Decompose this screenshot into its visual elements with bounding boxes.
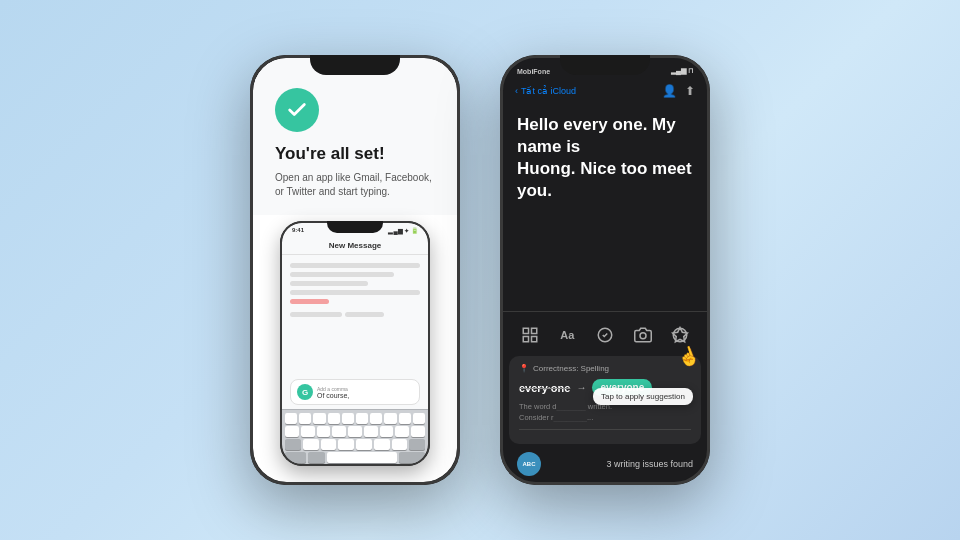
key [321,439,337,450]
svg-point-5 [640,333,646,339]
nav-back-button[interactable]: ‹ Tất cả iCloud [515,86,576,96]
abc-label: ABC [523,461,536,467]
suggestion-arrow: → [576,382,586,393]
grammarly-bubble: G Add a comma Of course, [290,379,420,405]
panel-desc: The word d_______ written. Consider r___… [519,402,691,423]
panel-header: 📍 Correctness: Spelling [519,364,691,373]
key [380,426,394,437]
key [413,413,425,424]
mini-line-1 [290,263,420,268]
left-phone: You're all set! Open an app like Gmail, … [250,55,460,485]
panel-desc-text2: Consider r________... [519,413,593,422]
nav-icons: 👤 ⬆ [662,84,695,98]
nav-back-label: Tất cả iCloud [521,86,576,96]
keyboard-row-4 [285,452,425,463]
key [411,426,425,437]
abc-badge[interactable]: ABC [517,452,541,476]
key [384,413,396,424]
key-123 [285,452,306,463]
svg-rect-0 [523,328,528,333]
keyboard-rows [282,410,428,464]
all-set-title: You're all set! [275,144,435,164]
mini-screen: 9:41 ▂▄▆ ✦ 🔋 New Message [282,223,428,464]
pin-icon: 📍 [519,364,529,373]
bubble-content: Add a comma Of course, [317,386,413,399]
grammarly-g-icon: G [297,384,313,400]
key-globe [308,452,325,463]
checkmark-icon [275,88,319,132]
right-phone: MobiFone ▂▄▆ ⊓ ‹ Tất cả iCloud 👤 ⬆ Hello… [500,55,710,485]
key [370,413,382,424]
key [313,413,325,424]
mini-time: 9:41 [292,227,304,233]
keyboard-row-1 [285,413,425,424]
key [338,439,354,450]
mini-line-5 [290,312,342,317]
keyboard-row-2 [285,426,425,437]
camera-icon[interactable] [630,322,656,348]
right-content: Hello every one. My name is Huong. Nice … [503,106,707,311]
key [399,413,411,424]
right-nav[interactable]: ‹ Tất cả iCloud 👤 ⬆ [503,80,707,106]
tooltip-bubble: Tap to apply suggestion [593,388,693,405]
mini-line-3 [290,281,368,286]
word-original: every·one [519,382,570,394]
key [374,439,390,450]
key [299,413,311,424]
svg-rect-1 [531,328,536,333]
mini-phone: 9:41 ▂▄▆ ✦ 🔋 New Message [280,221,430,466]
key [328,413,340,424]
key-return [399,452,425,463]
key-shift [285,439,301,450]
right-notch [560,55,650,75]
key [332,426,346,437]
heading-line2: Huong. Nice too meet you. [517,159,692,200]
svg-rect-3 [531,337,536,342]
mini-line-2 [290,272,394,277]
mini-keyboard [282,409,428,464]
right-battery: ▂▄▆ ⊓ [671,67,693,75]
key [395,426,409,437]
panel-header-label: Correctness: Spelling [533,364,609,373]
people-icon[interactable]: 👤 [662,84,677,98]
grid-icon[interactable] [517,322,543,348]
key [301,426,315,437]
key [356,439,372,450]
bottom-bar: ABC 3 writing issues found [503,448,707,482]
mini-notch [327,221,383,233]
mini-signal: ▂▄▆ ✦ 🔋 [388,227,418,234]
left-screen: You're all set! Open an app like Gmail, … [253,58,457,482]
key [348,426,362,437]
mini-highlight [290,299,329,304]
panel-divider [519,429,691,430]
suggestion-row: every·one → everyone Tap to apply sugges… [519,379,691,396]
check-circle-icon[interactable] [592,322,618,348]
all-set-desc: Open an app like Gmail, Facebook, or Twi… [275,171,435,199]
left-notch [310,55,400,75]
left-top: You're all set! Open an app like Gmail, … [253,58,457,215]
key [285,426,299,437]
aa-icon[interactable]: Aa [554,322,580,348]
right-heading: Hello every one. My name is Huong. Nice … [517,114,693,202]
key [364,426,378,437]
key-backspace [409,439,425,450]
key [317,426,331,437]
mini-line-4 [290,290,420,295]
key [356,413,368,424]
key [303,439,319,450]
key [342,413,354,424]
right-bottom: Aa [503,311,707,482]
chevron-left-icon: ‹ [515,86,518,96]
bubble-message: Of course, [317,392,413,399]
mini-phone-wrap: 9:41 ▂▄▆ ✦ 🔋 New Message [253,215,457,482]
share-icon[interactable]: ⬆ [685,84,695,98]
carrier-label: MobiFone [517,68,550,75]
mini-line-6 [345,312,384,317]
key [285,413,297,424]
tooltip-text: Tap to apply suggestion [601,392,685,401]
mini-header: New Message [282,237,428,255]
key-space [327,452,397,463]
grammarly-panel: ☝️ 📍 Correctness: Spelling every·one → e… [509,356,701,444]
svg-rect-2 [523,337,528,342]
issues-count: 3 writing issues found [606,459,693,469]
